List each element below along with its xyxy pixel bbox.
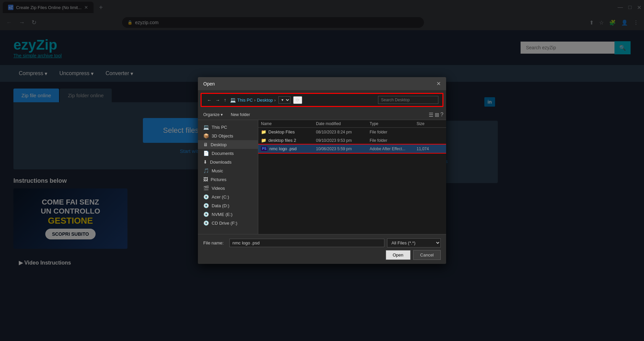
dialog-main: Name Date modified Type Size 📁 Desktop F… bbox=[258, 120, 446, 234]
file-name-field[interactable] bbox=[229, 239, 384, 247]
help-button[interactable]: ? bbox=[440, 112, 443, 118]
dialog-cancel-button[interactable]: Cancel bbox=[413, 250, 441, 260]
this-pc-sidebar-icon: 💻 bbox=[203, 124, 209, 130]
path-dropdown[interactable]: ▾ bbox=[278, 96, 290, 104]
dialog-sidebar: 💻 This PC 📦 3D Objects 🖥 Desktop 📄 Docum… bbox=[198, 120, 258, 234]
path-nav-buttons: ← → ↑ bbox=[206, 97, 227, 103]
path-desktop[interactable]: Desktop bbox=[257, 98, 273, 103]
path-item: 💻 This PC › Desktop › bbox=[230, 97, 276, 103]
path-this-pc[interactable]: This PC bbox=[237, 98, 253, 103]
sidebar-downloads[interactable]: ⬇ Downloads bbox=[198, 158, 258, 166]
dialog-actions: Open Cancel bbox=[203, 250, 441, 260]
sidebar-music[interactable]: 🎵 Music bbox=[198, 166, 258, 175]
file-name-1: 📁 Desktop Files bbox=[261, 129, 316, 134]
acer-c-icon: 💿 bbox=[203, 194, 209, 200]
nvme-e-icon: 💿 bbox=[203, 212, 209, 217]
file-name-3: PS nmc logo .psd bbox=[261, 146, 316, 151]
file-name-label: File name: bbox=[203, 240, 227, 245]
folder-icon-2: 📁 bbox=[261, 138, 266, 143]
file-type-dropdown[interactable]: All Files (*.*) bbox=[387, 238, 441, 247]
path-forward-button[interactable]: → bbox=[214, 97, 221, 103]
file-type-1: File folder bbox=[370, 130, 417, 134]
organize-button[interactable]: Organize ▾ bbox=[201, 111, 225, 118]
dialog-body: 💻 This PC 📦 3D Objects 🖥 Desktop 📄 Docum… bbox=[198, 120, 446, 234]
grid-view-button[interactable]: ⊞ bbox=[435, 112, 439, 118]
sidebar-this-pc[interactable]: 💻 This PC bbox=[198, 123, 258, 131]
folder-icon-1: 📁 bbox=[261, 129, 266, 134]
sidebar-videos[interactable]: 🎬 Videos bbox=[198, 184, 258, 192]
view-buttons: ☰ ⊞ ? bbox=[429, 112, 443, 118]
data-d-icon: 💿 bbox=[203, 203, 209, 208]
path-search bbox=[378, 96, 438, 104]
sidebar-3d-objects[interactable]: 📦 3D Objects bbox=[198, 131, 258, 140]
desktop-icon: 🖥 bbox=[203, 142, 208, 147]
file-row-2[interactable]: 📁 desktop files 2 09/10/2023 9:53 pm Fil… bbox=[258, 136, 446, 145]
path-up-button[interactable]: ↑ bbox=[223, 97, 228, 103]
path-bar: ← → ↑ 💻 This PC › Desktop › ▾ ⟳ bbox=[202, 94, 442, 106]
dialog-title: Open bbox=[203, 81, 215, 87]
dialog-toolbar: Organize ▾ New folder ☰ ⊞ ? bbox=[198, 110, 446, 120]
file-type-3: Adobe After Effect... bbox=[370, 147, 417, 151]
path-refresh-button[interactable]: ⟳ bbox=[293, 96, 302, 104]
pictures-icon: 🖼 bbox=[203, 177, 208, 182]
file-open-dialog: Open ✕ ← → ↑ 💻 This PC › Desktop › bbox=[198, 77, 446, 264]
dialog-footer: File name: All Files (*.*) Open Cancel bbox=[198, 234, 446, 264]
dialog-overlay: Open ✕ ← → ↑ 💻 This PC › Desktop › bbox=[0, 0, 644, 341]
sidebar-data-d[interactable]: 💿 Data (D:) bbox=[198, 201, 258, 210]
sidebar-cd-drive-f[interactable]: 💿 CD Drive (F:) bbox=[198, 219, 258, 227]
ps-file-icon: PS bbox=[261, 147, 267, 151]
dialog-titlebar: Open ✕ bbox=[198, 77, 446, 90]
dialog-open-button[interactable]: Open bbox=[386, 250, 411, 260]
col-size: Size bbox=[417, 121, 443, 126]
file-list-header: Name Date modified Type Size bbox=[258, 120, 446, 128]
list-view-button[interactable]: ☰ bbox=[429, 112, 433, 118]
this-pc-icon: 💻 bbox=[230, 97, 236, 103]
sidebar-documents[interactable]: 📄 Documents bbox=[198, 149, 258, 158]
col-type: Type bbox=[370, 121, 417, 126]
sidebar-desktop[interactable]: 🖥 Desktop bbox=[198, 140, 258, 149]
file-size-3: 11,074 bbox=[417, 147, 443, 151]
path-bar-wrapper: ← → ↑ 💻 This PC › Desktop › ▾ ⟳ bbox=[201, 93, 443, 107]
file-name-2: 📁 desktop files 2 bbox=[261, 138, 316, 143]
file-name-row: File name: All Files (*.*) bbox=[203, 238, 441, 247]
sidebar-acer-c[interactable]: 💿 Acer (C:) bbox=[198, 192, 258, 201]
sidebar-nvme-e[interactable]: 💿 NVME (E:) bbox=[198, 210, 258, 219]
downloads-icon: ⬇ bbox=[203, 159, 207, 165]
sidebar-pictures[interactable]: 🖼 Pictures bbox=[198, 175, 258, 184]
file-row-3-selected[interactable]: PS nmc logo .psd 10/06/2023 5:59 pm Adob… bbox=[258, 145, 446, 153]
new-folder-button[interactable]: New folder bbox=[228, 111, 253, 118]
file-type-2: File folder bbox=[370, 138, 417, 143]
3d-objects-icon: 📦 bbox=[203, 133, 209, 138]
videos-icon: 🎬 bbox=[203, 185, 209, 191]
music-icon: 🎵 bbox=[203, 168, 209, 173]
file-date-2: 09/10/2023 9:53 pm bbox=[316, 138, 370, 143]
path-back-button[interactable]: ← bbox=[206, 97, 213, 103]
file-row-1[interactable]: 📁 Desktop Files 08/10/2023 8:24 pm File … bbox=[258, 128, 446, 136]
file-date-1: 08/10/2023 8:24 pm bbox=[316, 130, 370, 134]
cd-drive-f-icon: 💿 bbox=[203, 220, 209, 226]
col-date: Date modified bbox=[316, 121, 370, 126]
dialog-close-button[interactable]: ✕ bbox=[436, 80, 441, 87]
path-search-input[interactable] bbox=[378, 96, 438, 104]
documents-icon: 📄 bbox=[203, 151, 209, 156]
file-date-3: 10/06/2023 5:59 pm bbox=[316, 147, 370, 151]
col-name: Name bbox=[261, 121, 316, 126]
